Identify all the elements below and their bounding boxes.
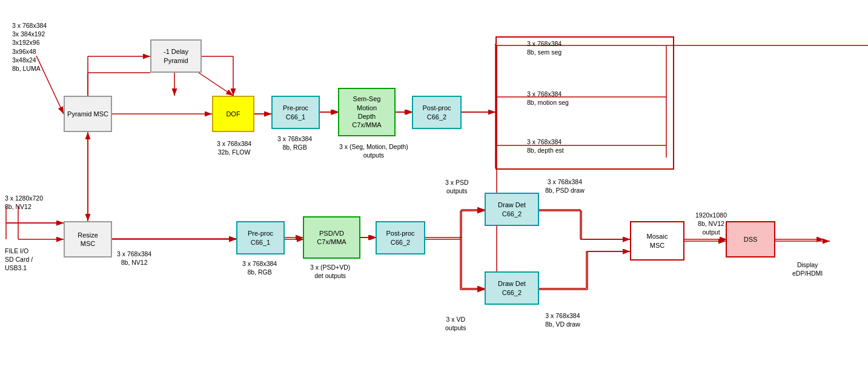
mosaic-msc-block: MosaicMSC (630, 221, 684, 261)
top-out3-label: 3 x 768x3848b, depth est (527, 138, 564, 154)
svg-line-3 (199, 73, 233, 96)
dof-output-label: 3 x 768x38432b, FLOW (217, 139, 251, 156)
semseg-label: Sem-SegMotionDepthC7x/MMA (352, 95, 381, 129)
draw-det-top-input-label: 3 x PSDoutputs (445, 178, 469, 195)
draw-det-bot-label: Draw DetC66_2 (498, 279, 526, 297)
arrows-layer (0, 0, 868, 372)
dss-block: DSS (726, 221, 775, 257)
preproc-top-label: Pre-procC66_1 (283, 104, 308, 121)
dss-output-label: DisplayeDP/HDMI (792, 261, 823, 277)
draw-det-top-block: Draw DetC66_2 (485, 193, 539, 226)
draw-det-top-label: Draw DetC66_2 (498, 201, 526, 218)
psd-vd-block: PSD/VDC7x/MMA (303, 216, 360, 259)
semseg-block: Sem-SegMotionDepthC7x/MMA (338, 88, 396, 136)
draw-det-bot-output-label: 3 x 768x3848b, VD draw (545, 311, 580, 328)
file-io-label: FILE I/OSD Card /USB3.1 (5, 247, 33, 273)
resize-input-label: 3 x 1280x7208b, NV12 (5, 194, 43, 211)
semseg-output-label: 3 x (Seg, Motion, Depth)outputs (339, 142, 408, 159)
dof-label: DOF (226, 110, 240, 118)
preproc-bot-label: Pre-procC66_1 (248, 229, 273, 247)
resize-msc-block: ResizeMSC (64, 221, 112, 257)
top-out2-label: 3 x 768x3848b, motion seg (527, 90, 569, 107)
preproc-bot-block: Pre-procC66_1 (236, 221, 285, 254)
preproc-top-output-label: 3 x 768x3848b, RGB (277, 135, 312, 151)
psd-vd-label: PSD/VDC7x/MMA (317, 229, 346, 247)
pyramid-msc-block: Pyramid MSC (64, 96, 112, 132)
delay-pyramid-block: -1 Delay Pyramid (150, 39, 202, 73)
postproc-top-label: Post-procC66_2 (422, 104, 451, 121)
pyramid-msc-label: Pyramid MSC (67, 110, 108, 118)
draw-det-bot-block: Draw DetC66_2 (485, 271, 539, 305)
mosaic-output-label: 1920x10808b, NV12output (695, 211, 727, 237)
dss-label: DSS (744, 235, 758, 244)
draw-det-top-output-label: 3 x 768x3848b, PSD draw (545, 178, 585, 194)
draw-det-bot-input-label: 3 x VDoutputs (445, 315, 466, 332)
diagram: Pyramid MSC -1 Delay Pyramid DOF Pre-pro… (0, 0, 868, 372)
postproc-top-block: Post-procC66_2 (412, 96, 462, 129)
resize-output-label: 3 x 768x3848b, NV12 (117, 250, 151, 267)
resize-msc-label: ResizeMSC (78, 231, 98, 248)
mosaic-msc-label: MosaicMSC (647, 232, 668, 250)
arrows-layer2 (0, 0, 868, 372)
psd-vd-output-label: 3 x (PSD+VD)det outputs (310, 263, 350, 280)
dof-block: DOF (212, 96, 254, 132)
pyramid-input-label: 3 x 768x3843x 384x1923x192x963x96x483x48… (12, 21, 47, 73)
top-outputs-box (495, 36, 674, 170)
delay-pyramid-label: -1 Delay Pyramid (151, 47, 200, 65)
top-out1-label: 3 x 768x3848b, sem seg (527, 39, 562, 56)
postproc-bot-label: Post-procC66_2 (386, 229, 414, 247)
preproc-top-block: Pre-procC66_1 (271, 96, 320, 129)
preproc-bot-output-label: 3 x 768x3848b, RGB (242, 259, 277, 276)
postproc-bot-block: Post-procC66_2 (376, 221, 425, 254)
